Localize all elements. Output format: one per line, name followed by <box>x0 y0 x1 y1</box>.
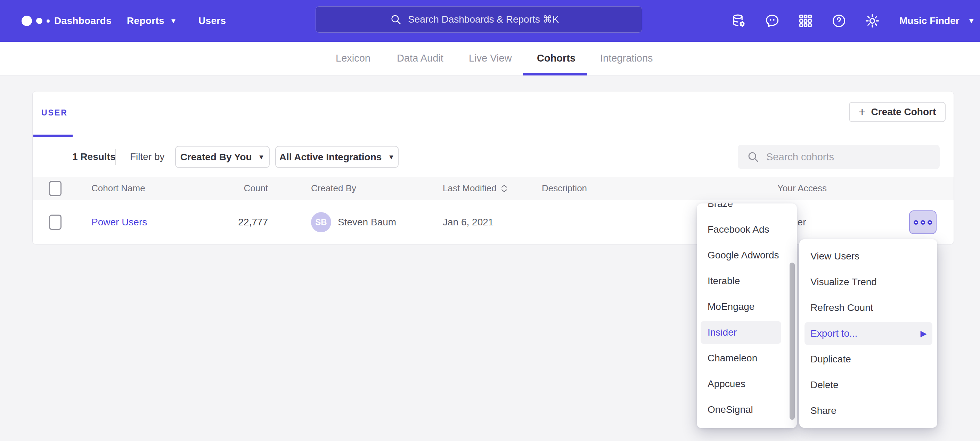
menu-item-refresh-count[interactable]: Refresh Count <box>799 295 937 321</box>
menu-item-google-adwords[interactable]: Google Adwords <box>697 243 797 268</box>
chevron-down-icon: ▼ <box>258 153 265 161</box>
menu-item-export-to[interactable]: Export to... ▶ <box>799 321 937 347</box>
nav-item-label: Users <box>199 15 226 26</box>
section-tabs-bar: Lexicon Data Audit Live View Cohorts Int… <box>0 42 980 75</box>
menu-item-onesignal[interactable]: OneSignal <box>697 397 797 423</box>
cohort-name-link[interactable]: Power Users <box>91 217 147 228</box>
dot-icon <box>921 220 925 225</box>
tab-data-audit[interactable]: Data Audit <box>397 42 444 75</box>
tab-integrations[interactable]: Integrations <box>600 42 653 75</box>
global-search-bar[interactable] <box>315 6 642 33</box>
column-header-your-access[interactable]: Your Access <box>777 177 954 200</box>
last-modified-date: Jan 6, 2021 <box>443 217 493 228</box>
tab-lexicon[interactable]: Lexicon <box>336 42 371 75</box>
nav-item-label: Dashboards <box>54 15 111 26</box>
menu-item-insider[interactable]: Insider <box>697 320 797 345</box>
create-cohort-button[interactable]: + Create Cohort <box>849 102 946 122</box>
menu-item-delete[interactable]: Delete <box>799 372 937 398</box>
nav-item-label: Reports <box>127 15 164 26</box>
nav-item-users[interactable]: Users <box>199 0 226 42</box>
select-all-checkbox[interactable] <box>49 181 62 196</box>
filter-toolbar: 1 Results Filter by Created By You ▼ All… <box>33 137 954 177</box>
settings-icon[interactable] <box>862 0 883 42</box>
chevron-down-icon: ▼ <box>170 17 177 25</box>
menu-item-appcues[interactable]: Appcues <box>697 371 797 397</box>
menu-item-braze[interactable]: Braze <box>697 203 797 217</box>
cohort-search-bar[interactable] <box>738 145 940 169</box>
active-tab-indicator <box>523 73 587 75</box>
column-header-count[interactable]: Count <box>210 177 268 200</box>
project-switcher[interactable]: Music Finder ▼ <box>899 0 975 42</box>
menu-item-chameleon[interactable]: Chameleon <box>697 345 797 371</box>
project-name: Music Finder <box>899 15 959 26</box>
results-count: 1 Results <box>72 151 116 162</box>
chevron-down-icon: ▼ <box>968 17 975 25</box>
tab-user-cohorts[interactable]: USER <box>41 108 68 118</box>
nav-item-dashboards[interactable]: Dashboards <box>54 0 111 42</box>
top-navigation-bar: Dashboards Reports ▼ Users <box>0 0 980 42</box>
column-header-description[interactable]: Description <box>542 177 777 200</box>
creator-avatar: SB <box>311 212 331 232</box>
menu-item-iterable[interactable]: Iterable <box>697 268 797 294</box>
row-actions-button[interactable] <box>909 211 937 234</box>
plus-icon: + <box>859 106 865 118</box>
integrations-filter-dropdown[interactable]: All Active Integrations ▼ <box>275 146 399 168</box>
dot-icon <box>914 220 918 225</box>
export-destination-list: Braze Facebook Ads Google Adwords Iterab… <box>697 203 797 423</box>
tab-cohorts[interactable]: Cohorts <box>537 42 576 75</box>
data-management-icon[interactable] <box>729 0 749 42</box>
nav-item-reports[interactable]: Reports ▼ <box>127 0 177 42</box>
divider <box>115 149 116 165</box>
menu-item-moengage[interactable]: MoEngage <box>697 294 797 320</box>
filter-by-label: Filter by <box>130 151 165 162</box>
tab-live-view[interactable]: Live View <box>469 42 512 75</box>
cohorts-panel: USER + Create Cohort 1 Results Filter by… <box>32 91 954 244</box>
global-search-input[interactable] <box>408 14 568 25</box>
creator-name: Steven Baum <box>338 217 396 228</box>
created-by-filter-dropdown[interactable]: Created By You ▼ <box>175 146 270 168</box>
menu-item-duplicate[interactable]: Duplicate <box>799 347 937 372</box>
chevron-down-icon: ▼ <box>388 153 395 161</box>
row-checkbox[interactable] <box>49 214 62 230</box>
menu-item-facebook-ads[interactable]: Facebook Ads <box>697 217 797 243</box>
help-icon[interactable] <box>829 0 850 42</box>
menu-item-view-users[interactable]: View Users <box>799 243 937 269</box>
cohort-count: 22,777 <box>238 217 268 228</box>
column-header-created-by[interactable]: Created By <box>268 177 443 200</box>
menu-item-visualize-trend[interactable]: Visualize Trend <box>799 269 937 295</box>
cohort-type-tabs: USER + Create Cohort <box>33 91 954 137</box>
apps-grid-icon[interactable] <box>795 0 816 42</box>
column-header-last-modified[interactable]: Last Modified <box>443 177 542 200</box>
search-icon <box>747 150 759 163</box>
messages-icon[interactable] <box>762 0 783 42</box>
submenu-scrollbar[interactable] <box>789 263 795 420</box>
submenu-arrow-icon: ▶ <box>921 329 927 339</box>
row-context-menu: View Users Visualize Trend Refresh Count… <box>799 239 937 428</box>
sort-icon[interactable] <box>501 184 508 193</box>
table-header-row: Cohort Name Count Created By Last Modifi… <box>33 177 954 200</box>
mixpanel-logo-icon[interactable] <box>22 0 50 42</box>
column-header-cohort-name[interactable]: Cohort Name <box>91 177 210 200</box>
cohort-table-row[interactable]: Power Users 22,777 SB Steven Baum Jan 6,… <box>33 200 954 244</box>
menu-item-share[interactable]: Share <box>799 398 937 423</box>
active-type-indicator <box>33 134 73 137</box>
dot-icon <box>928 220 932 225</box>
search-icon <box>390 14 402 26</box>
export-destinations-submenu: Braze Facebook Ads Google Adwords Iterab… <box>697 203 797 428</box>
cohort-search-input[interactable] <box>766 151 919 163</box>
